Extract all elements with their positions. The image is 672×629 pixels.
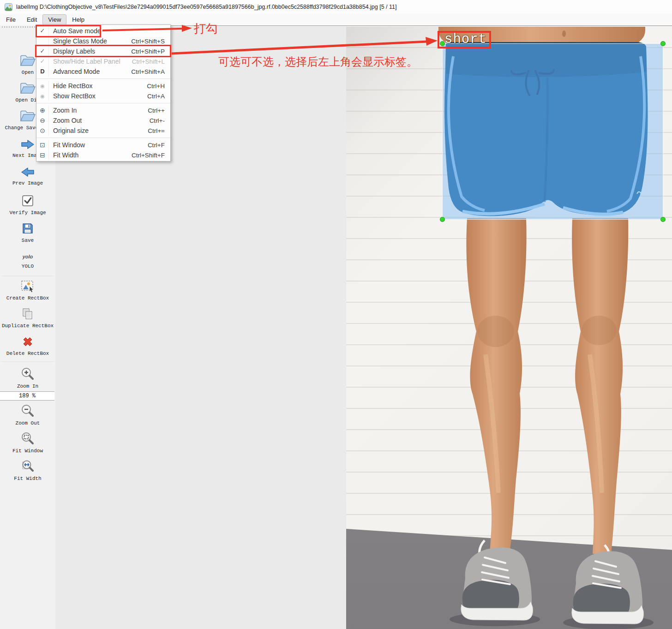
- tool-label: Delete RectBox: [0, 351, 55, 356]
- zoom-in-icon: [36, 105, 49, 115]
- fit-width-icon: [21, 459, 35, 475]
- menu-separator: [36, 136, 170, 140]
- annotation-check-text: 打勾: [194, 21, 218, 37]
- tool-label: Fit Window: [0, 448, 55, 454]
- advanced-mode-icon: [36, 66, 49, 77]
- menu-item-original-size[interactable]: Original size Ctrl+=: [36, 126, 170, 136]
- bbox-handle[interactable]: [660, 41, 666, 46]
- change-save-dir-icon: [19, 109, 36, 124]
- tool-label: Zoom In: [0, 383, 55, 389]
- labelimg-app-icon: [5, 3, 12, 11]
- fit-width-icon: [36, 150, 49, 160]
- menu-item-hide-rectbox[interactable]: Hide RectBox Ctrl+H: [36, 81, 170, 91]
- create-rectbox-icon: [21, 280, 35, 294]
- zoom-out-icon: [21, 404, 35, 419]
- menu-item-zoom-in[interactable]: Zoom In Ctrl++: [36, 105, 170, 115]
- save-icon: [21, 222, 34, 237]
- open-folder-icon: [19, 54, 36, 69]
- tool-delete-rectbox[interactable]: Delete RectBox: [0, 335, 55, 356]
- next-image-icon: [21, 139, 35, 152]
- tool-label: YOLO: [0, 264, 55, 269]
- menu-item-fit-window[interactable]: Fit Window Ctrl+F: [36, 140, 170, 150]
- open-dir-icon: [19, 82, 36, 96]
- tool-label: Prev Image: [0, 180, 55, 186]
- tool-label: Save: [0, 238, 55, 243]
- menu-item-show-rectbox[interactable]: Show RectBox Ctrl+A: [36, 91, 170, 101]
- tool-yolo-format[interactable]: yolo YOLO: [0, 251, 55, 269]
- window-title: labelImg D:\ClothingObjective_v8\TestFil…: [16, 4, 397, 10]
- menu-item-fit-width[interactable]: Fit Width Ctrl+Shift+F: [36, 150, 170, 160]
- tool-duplicate-rectbox[interactable]: Duplicate RectBox: [0, 308, 55, 329]
- menu-edit[interactable]: Edit: [22, 15, 42, 24]
- annotation-box-auto-save: [36, 25, 101, 37]
- menu-view[interactable]: View: [43, 15, 66, 24]
- fit-window-icon: [21, 431, 35, 447]
- original-size-icon: [36, 126, 49, 136]
- prev-image-icon: [21, 167, 35, 180]
- tool-label: Create RectBox: [0, 295, 55, 301]
- menu-file[interactable]: File: [1, 15, 21, 24]
- tool-label: Zoom Out: [0, 420, 55, 426]
- tool-zoom-out[interactable]: Zoom Out: [0, 404, 55, 426]
- zoom-level-input[interactable]: 189 %: [0, 391, 54, 401]
- tool-label: Verify Image: [0, 210, 55, 216]
- bbox-handle[interactable]: [440, 217, 445, 222]
- menu-item-advanced-mode[interactable]: Advanced Mode Ctrl+Shift+A: [36, 66, 170, 77]
- duplicate-rectbox-icon: [21, 308, 35, 322]
- zoom-out-icon: [36, 115, 49, 126]
- checkmark-icon: [36, 56, 49, 66]
- tool-label: Fit Width: [0, 476, 55, 481]
- bbox-handle[interactable]: [660, 217, 666, 222]
- menu-help[interactable]: Help: [67, 15, 90, 24]
- annotation-box-short-label: [438, 31, 491, 48]
- toolbar-separator: [1, 276, 54, 277]
- tool-create-rectbox[interactable]: Create RectBox: [0, 280, 55, 301]
- bbox-short[interactable]: [442, 43, 663, 220]
- delete-rectbox-icon: [21, 335, 34, 350]
- tool-fit-window[interactable]: Fit Window: [0, 431, 55, 454]
- tool-save[interactable]: Save: [0, 222, 55, 243]
- toolbar-separator: [1, 362, 54, 363]
- tool-label: Duplicate RectBox: [0, 323, 55, 329]
- eye-icon: [36, 91, 49, 101]
- tool-zoom-in[interactable]: Zoom In: [0, 367, 55, 389]
- annotation-box-display-labels: [35, 45, 171, 57]
- menu-item-zoom-out[interactable]: Zoom Out Ctrl+-: [36, 115, 170, 126]
- verify-image-icon: [21, 194, 34, 209]
- tool-fit-width[interactable]: Fit Width: [0, 459, 55, 481]
- zoom-in-icon: [21, 367, 35, 383]
- tool-prev-image[interactable]: Prev Image: [0, 167, 55, 186]
- eye-icon: [36, 81, 49, 91]
- yolo-format-icon: yolo: [23, 251, 33, 263]
- fit-window-icon: [36, 140, 49, 150]
- menu-item-show-hide-label-panel[interactable]: Show/Hide Label Panel Ctrl+Shift+L: [36, 56, 170, 66]
- tool-verify-image[interactable]: Verify Image: [0, 194, 55, 216]
- annotation-tip-text: 可选可不选，选择后左上角会显示标签。: [218, 54, 418, 69]
- menu-separator: [36, 77, 170, 81]
- title-bar: labelImg D:\ClothingObjective_v8\TestFil…: [0, 0, 672, 14]
- menu-separator: [36, 101, 170, 105]
